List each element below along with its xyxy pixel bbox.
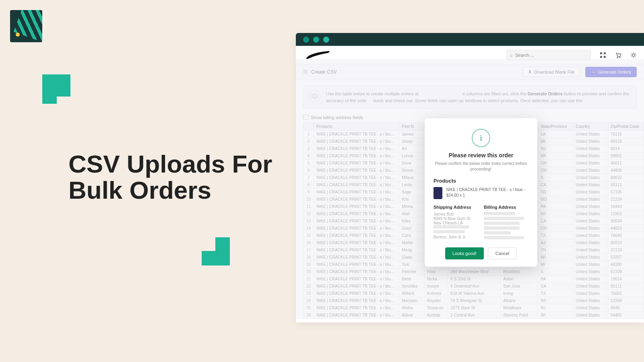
window-dot-icon[interactable] [323,37,329,43]
cart-icon[interactable] [615,52,621,58]
svg-rect-0 [600,52,602,54]
products-heading: Products [433,178,528,184]
svg-point-6 [632,54,635,56]
modal-subtitle: Please confirm the below order looks cor… [433,161,528,172]
review-order-modal: i Please review this order Please confir… [425,118,537,267]
window-titlebar [296,33,644,46]
window-dot-icon[interactable] [313,37,319,43]
svg-point-4 [617,57,618,58]
svg-point-5 [619,57,620,58]
looks-good-button[interactable]: Looks good! [445,247,484,259]
search-placeholder: Search ... [515,53,534,58]
hero-title: CSV Uploads For Bulk Orders [68,151,272,203]
window-dot-icon[interactable] [303,37,309,43]
cancel-button[interactable]: Cancel [488,247,517,259]
decoration-shape [42,74,70,97]
ship-line: 6649 N Blue Gum St [433,216,478,221]
ship-line: Benton, John B Jr [433,235,478,239]
search-icon: ⌕ [510,53,513,58]
svg-rect-1 [604,52,606,54]
svg-rect-2 [600,56,602,58]
ship-line: New Orleans LA [433,221,478,225]
product-thumbnail [433,187,442,199]
shipping-heading: Shipping Address [433,205,478,210]
billing-heading: Billing Address [484,205,528,210]
brand-logo-badge [10,10,42,42]
app-window: ⌕ Search ... ⛓ Create CSV ⬇ Download Bla… [296,33,644,323]
svg-rect-3 [604,56,606,58]
gear-icon[interactable] [630,52,637,58]
decoration-shape [215,237,230,265]
info-icon: i [472,129,490,147]
modal-title: Please review this order [433,152,528,158]
product-line: NIKE | CRACKLE PRINT TB TEE - s / blue -… [446,187,528,198]
grid-icon[interactable] [600,52,606,58]
ship-name: James Butt [433,212,478,216]
